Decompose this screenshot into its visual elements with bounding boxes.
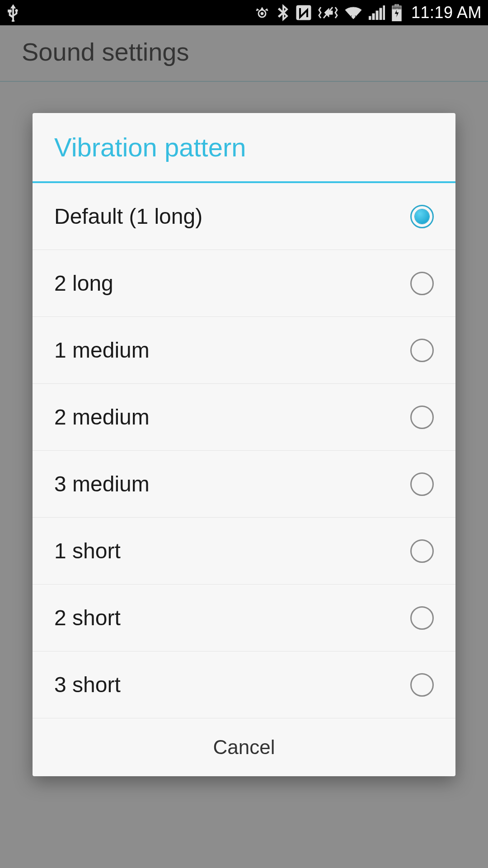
radio-icon[interactable] [410, 472, 434, 496]
smart-stay-icon [253, 5, 271, 20]
option-label: 1 medium [54, 338, 150, 363]
radio-icon[interactable] [410, 406, 434, 429]
svg-rect-6 [376, 11, 378, 20]
vibration-pattern-dialog: Vibration pattern Default (1 long)2 long… [33, 113, 455, 776]
option-label: 2 long [54, 271, 113, 296]
radio-icon[interactable] [410, 539, 434, 563]
radio-icon[interactable] [410, 339, 434, 362]
usb-icon [6, 4, 20, 22]
option-item[interactable]: Default (1 long) [33, 183, 455, 250]
dialog-title: Vibration pattern [33, 113, 455, 181]
option-label: 3 medium [54, 472, 150, 496]
option-item[interactable]: 1 medium [33, 317, 455, 384]
svg-rect-5 [372, 14, 375, 20]
status-time: 11:19 AM [411, 3, 482, 22]
signal-icon [369, 5, 385, 20]
radio-icon[interactable] [410, 673, 434, 697]
option-label: 2 short [54, 605, 121, 630]
wifi-icon [344, 5, 362, 20]
radio-icon[interactable] [410, 606, 434, 630]
option-label: 3 short [54, 672, 121, 697]
cancel-button[interactable]: Cancel [33, 718, 455, 776]
option-item[interactable]: 3 short [33, 651, 455, 718]
option-item[interactable]: 2 short [33, 585, 455, 651]
status-bar: 11:19 AM [0, 0, 488, 25]
radio-icon[interactable] [410, 205, 434, 228]
nfc-icon [296, 5, 312, 21]
battery-charging-icon [391, 4, 402, 21]
option-item[interactable]: 2 medium [33, 384, 455, 451]
cancel-label: Cancel [213, 736, 275, 759]
option-item[interactable]: 3 medium [33, 451, 455, 518]
radio-icon[interactable] [410, 272, 434, 295]
option-item[interactable]: 1 short [33, 518, 455, 585]
svg-rect-8 [383, 5, 385, 20]
bluetooth-icon [277, 4, 289, 22]
option-item[interactable]: 2 long [33, 250, 455, 317]
svg-rect-4 [369, 16, 371, 20]
option-label: Default (1 long) [54, 204, 202, 229]
svg-point-1 [261, 12, 263, 15]
svg-rect-7 [380, 8, 382, 20]
option-label: 1 short [54, 538, 121, 563]
vibrate-icon [318, 5, 338, 21]
option-label: 2 medium [54, 405, 150, 429]
svg-rect-11 [395, 4, 399, 6]
option-list: Default (1 long)2 long1 medium2 medium3 … [33, 183, 455, 718]
